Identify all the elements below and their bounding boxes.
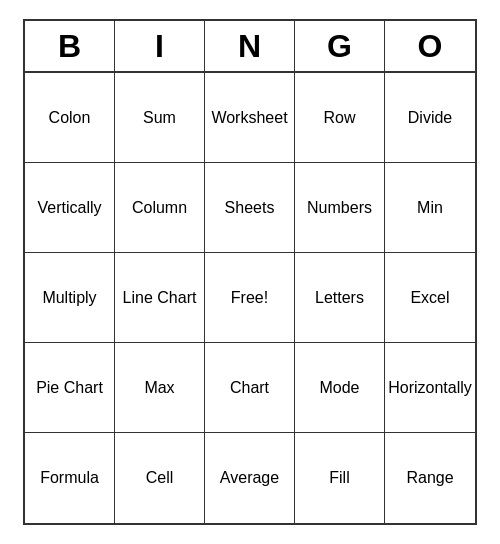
cell-text: Column xyxy=(132,198,187,217)
cell-text: Vertically xyxy=(37,198,101,217)
cell-text: Multiply xyxy=(42,288,96,307)
cell-text: Mode xyxy=(319,378,359,397)
cell-text: Min xyxy=(417,198,443,217)
bingo-cell: Average xyxy=(205,433,295,523)
cell-text: Sheets xyxy=(225,198,275,217)
bingo-card: BINGO ColonSumWorksheetRowDivideVertical… xyxy=(23,19,477,525)
cell-text: Worksheet xyxy=(211,108,287,127)
cell-text: Fill xyxy=(329,468,349,487)
cell-text: Numbers xyxy=(307,198,372,217)
cell-text: Letters xyxy=(315,288,364,307)
cell-text: Formula xyxy=(40,468,99,487)
header-letter: N xyxy=(205,21,295,71)
header-letter: O xyxy=(385,21,475,71)
bingo-cell: Mode xyxy=(295,343,385,433)
bingo-cell: Divide xyxy=(385,73,475,163)
bingo-cell: Worksheet xyxy=(205,73,295,163)
bingo-cell: Horizontally xyxy=(385,343,475,433)
bingo-cell: Fill xyxy=(295,433,385,523)
cell-text: Max xyxy=(144,378,174,397)
cell-text: Cell xyxy=(146,468,174,487)
bingo-cell: Formula xyxy=(25,433,115,523)
bingo-cell: Pie Chart xyxy=(25,343,115,433)
bingo-cell: Min xyxy=(385,163,475,253)
bingo-cell: Row xyxy=(295,73,385,163)
bingo-cell: Sheets xyxy=(205,163,295,253)
bingo-cell: Chart xyxy=(205,343,295,433)
bingo-header: BINGO xyxy=(25,21,475,73)
bingo-cell: Line Chart xyxy=(115,253,205,343)
bingo-cell: Column xyxy=(115,163,205,253)
bingo-grid: ColonSumWorksheetRowDivideVerticallyColu… xyxy=(25,73,475,523)
bingo-cell: Numbers xyxy=(295,163,385,253)
cell-text: Average xyxy=(220,468,279,487)
bingo-cell: Max xyxy=(115,343,205,433)
bingo-cell: Range xyxy=(385,433,475,523)
cell-text: Range xyxy=(406,468,453,487)
bingo-cell: Multiply xyxy=(25,253,115,343)
cell-text: Divide xyxy=(408,108,452,127)
bingo-cell: Cell xyxy=(115,433,205,523)
header-letter: B xyxy=(25,21,115,71)
cell-text: Pie Chart xyxy=(36,378,103,397)
cell-text: Colon xyxy=(49,108,91,127)
bingo-cell: Free! xyxy=(205,253,295,343)
header-letter: G xyxy=(295,21,385,71)
bingo-cell: Colon xyxy=(25,73,115,163)
cell-text: Sum xyxy=(143,108,176,127)
bingo-cell: Vertically xyxy=(25,163,115,253)
cell-text: Chart xyxy=(230,378,269,397)
cell-text: Line Chart xyxy=(123,288,197,307)
cell-text: Row xyxy=(323,108,355,127)
header-letter: I xyxy=(115,21,205,71)
cell-text: Free! xyxy=(231,288,268,307)
bingo-cell: Sum xyxy=(115,73,205,163)
bingo-cell: Excel xyxy=(385,253,475,343)
cell-text: Horizontally xyxy=(388,378,472,397)
bingo-cell: Letters xyxy=(295,253,385,343)
cell-text: Excel xyxy=(410,288,449,307)
